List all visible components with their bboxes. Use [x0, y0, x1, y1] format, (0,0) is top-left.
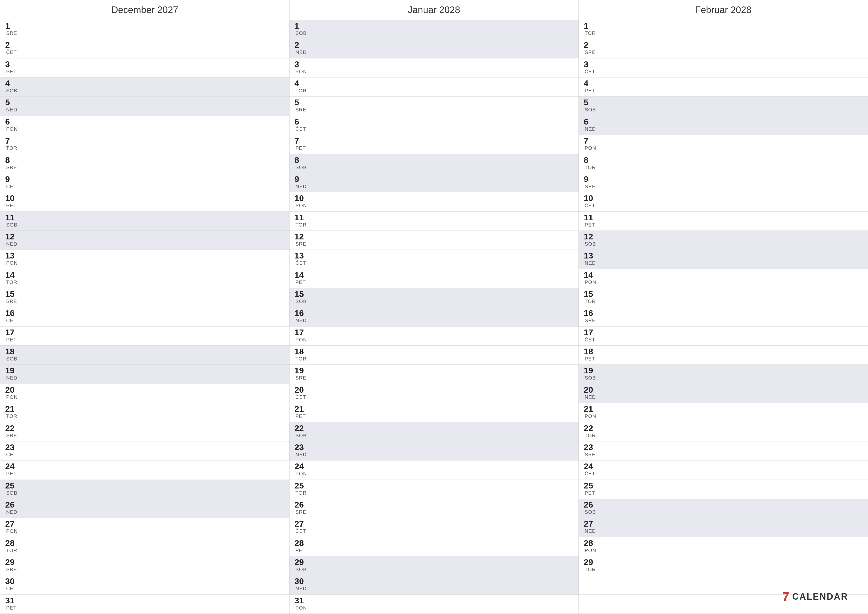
- day-number: 23: [584, 443, 598, 451]
- day-name: PET: [6, 203, 20, 208]
- day-row: 31PON: [290, 595, 578, 614]
- day-info: 28PON: [584, 539, 598, 553]
- day-name: ČET: [585, 69, 598, 75]
- day-number: 21: [5, 404, 20, 413]
- day-info: 16SRE: [584, 309, 598, 323]
- day-name: PON: [295, 337, 309, 343]
- day-info: 11TOR: [294, 213, 309, 228]
- day-row: 3PON: [290, 58, 578, 78]
- day-number: 21: [294, 404, 309, 413]
- day-row: 27ČET: [290, 518, 578, 537]
- day-row: 24PET: [0, 460, 289, 480]
- day-name: PON: [295, 69, 309, 75]
- day-number: 26: [584, 501, 598, 509]
- day-number: 9: [584, 175, 598, 183]
- day-number: 6: [5, 117, 20, 126]
- day-number: 2: [584, 40, 598, 49]
- day-number: 2: [5, 40, 20, 49]
- day-name: PET: [6, 605, 20, 611]
- day-info: 20NED: [584, 385, 598, 400]
- day-row: 16NED: [290, 307, 578, 326]
- day-row: 17PET: [0, 326, 289, 346]
- day-row: 11SOB: [0, 212, 289, 231]
- day-number: 18: [5, 347, 20, 356]
- day-name: PET: [295, 413, 309, 419]
- day-number: 27: [584, 519, 598, 528]
- day-name: TOR: [295, 222, 309, 228]
- day-row: 25SOB: [0, 480, 289, 499]
- day-row: 25TOR: [290, 480, 578, 499]
- day-row: 12SRE: [290, 231, 578, 250]
- day-info: 14PET: [294, 270, 309, 285]
- day-row: 10PON: [290, 192, 578, 211]
- day-info: 31PET: [5, 596, 20, 611]
- day-number: 9: [5, 175, 20, 183]
- day-info: 23ČET: [5, 443, 20, 457]
- day-number: 7: [294, 137, 309, 145]
- day-info: 7PON: [584, 137, 598, 151]
- day-name: PON: [6, 529, 20, 534]
- day-row: 28TOR: [0, 537, 289, 556]
- day-name: ČET: [295, 529, 309, 534]
- day-name: TOR: [6, 413, 20, 419]
- day-row: 12SOB: [579, 231, 868, 250]
- day-name: SRE: [295, 509, 309, 515]
- day-number: 2: [294, 40, 309, 49]
- day-info: 15SOB: [294, 290, 309, 304]
- day-name: ČET: [585, 203, 598, 208]
- day-name: PON: [295, 471, 309, 477]
- day-row: 2ČET: [0, 39, 289, 58]
- day-info: 31PON: [294, 596, 309, 611]
- day-info: 30ČET: [5, 577, 20, 591]
- day-info: 25TOR: [294, 481, 309, 496]
- day-info: 24PON: [294, 462, 309, 477]
- day-number: 1: [584, 22, 598, 30]
- footer-area: 7 CALENDAR: [782, 589, 848, 604]
- day-number: 25: [584, 481, 598, 490]
- day-name: TOR: [295, 356, 309, 362]
- day-name: SOB: [295, 298, 309, 304]
- day-row: 23ČET: [0, 441, 289, 460]
- day-name: ČET: [6, 452, 20, 457]
- calendar-icon-number: 7: [782, 589, 789, 604]
- day-row: 3PET: [0, 58, 289, 78]
- day-info: 15SRE: [5, 290, 20, 304]
- day-number: 29: [584, 558, 598, 566]
- day-name: PET: [295, 145, 309, 151]
- day-info: 26NED: [5, 501, 20, 515]
- calendar-logo: 7 CALENDAR: [782, 589, 848, 604]
- day-info: 15TOR: [584, 290, 598, 304]
- month-column-februar-2028: Februar 20281TOR2SRE3ČET4PET5SOB6NED7PON…: [579, 0, 868, 614]
- day-info: 7TOR: [5, 137, 20, 151]
- day-info: 5SRE: [294, 98, 309, 113]
- day-name: ČET: [6, 586, 20, 591]
- day-number: 4: [5, 79, 20, 87]
- day-row: 27NED: [579, 518, 868, 537]
- day-number: 30: [5, 577, 20, 585]
- day-info: 5NED: [5, 98, 20, 113]
- month-header-februar-2028: Februar 2028: [579, 0, 868, 20]
- day-number: 3: [584, 60, 598, 68]
- day-number: 26: [294, 501, 309, 509]
- day-name: SRE: [6, 567, 20, 572]
- day-name: SRE: [6, 433, 20, 438]
- day-row: 14TOR: [0, 269, 289, 288]
- day-row: 7TOR: [0, 135, 289, 154]
- day-name: ČET: [585, 337, 598, 343]
- day-name: SRE: [6, 165, 20, 170]
- day-row: 21TOR: [0, 403, 289, 422]
- day-info: 8TOR: [584, 156, 598, 170]
- day-name: SOB: [6, 222, 20, 228]
- day-name: TOR: [585, 298, 598, 304]
- day-info: 8SRE: [5, 156, 20, 170]
- day-name: PET: [6, 471, 20, 477]
- day-row: 22SOB: [290, 422, 578, 441]
- day-name: SOB: [6, 88, 20, 93]
- day-info: 3ČET: [584, 60, 598, 75]
- day-info: 22TOR: [584, 424, 598, 438]
- day-info: 23SRE: [584, 443, 598, 457]
- day-info: 4TOR: [294, 79, 309, 93]
- day-name: SOB: [585, 375, 598, 381]
- day-number: 25: [294, 481, 309, 490]
- day-info: 3PET: [5, 60, 20, 75]
